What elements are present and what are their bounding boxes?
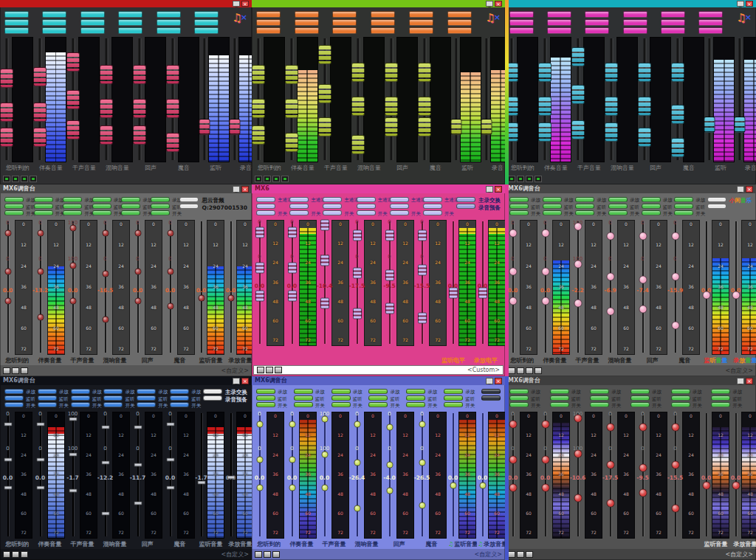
fader[interactable]: 1001000.0 [66,220,79,355]
fader-knob[interactable] [166,458,174,462]
toggle-button[interactable] [170,389,189,394]
fader-knob[interactable] [478,288,487,299]
nav-button[interactable] [517,176,524,182]
fader-knob[interactable] [289,457,295,463]
window-titlebar[interactable]: _× [505,0,756,7]
fader-knob[interactable] [571,85,585,104]
toggle-button[interactable] [406,395,425,401]
fader-knob[interactable] [671,138,684,157]
fader-knob[interactable] [354,505,360,511]
fader-knob[interactable] [671,272,679,280]
toggle-button[interactable] [590,389,609,394]
close-button[interactable]: × [495,1,502,7]
toggle-button[interactable] [4,27,29,34]
fader-knob[interactable] [353,229,362,241]
fader-knob[interactable] [574,300,582,308]
toggle-button[interactable] [543,197,562,202]
status-button[interactable] [264,551,271,558]
fader-knob[interactable] [702,291,710,300]
toggle-button[interactable] [103,389,123,394]
fader-knob[interactable] [574,223,582,231]
window-titlebar[interactable]: MX6调音台_× [505,184,756,193]
fader-knob[interactable] [0,103,13,122]
fader-knob[interactable] [479,482,486,488]
fader-knob[interactable] [199,119,210,135]
toggle-button[interactable] [157,27,181,34]
minimize-button[interactable]: _ [233,1,240,7]
toggle-button[interactable] [92,197,111,202]
toggle-button[interactable] [550,395,569,401]
fader-knob[interactable] [671,105,684,124]
fader[interactable]: 000.0 [253,220,266,346]
fader-knob[interactable] [37,230,44,237]
fader-knob[interactable] [509,267,517,275]
toggle-button[interactable] [368,389,388,394]
status-button[interactable] [272,551,280,558]
fader-knob[interactable] [509,297,517,305]
fader[interactable]: 00-4.0 [383,412,396,539]
fader-knob[interactable] [4,268,11,274]
fader[interactable]: 000.0 [539,220,551,355]
fader-knob[interactable] [102,317,109,323]
status-button[interactable] [526,367,533,374]
toggle-button[interactable] [642,204,661,209]
nav-button[interactable] [264,176,271,182]
minimize-button[interactable]: _ [737,378,744,384]
fader-knob[interactable] [69,418,77,421]
toggle-button[interactable] [323,197,342,202]
fader[interactable]: 0.0 [226,412,236,539]
toggle-button[interactable] [711,395,730,401]
fader[interactable]: 000.0 [164,220,176,355]
toggle-button[interactable] [92,204,111,209]
fader-knob[interactable] [385,270,394,281]
toggle-button[interactable] [4,19,29,26]
toggle-button[interactable] [157,11,181,18]
fader[interactable] [201,37,207,162]
toggle-button[interactable] [547,19,571,26]
fader-knob[interactable] [671,321,679,329]
fader[interactable] [134,37,144,162]
toggle-button[interactable] [674,204,693,209]
fader-knob[interactable] [288,262,297,273]
toggle-button[interactable] [509,389,529,394]
fader-knob[interactable] [289,421,295,428]
fader-knob[interactable] [37,314,44,320]
status-button[interactable] [12,367,19,374]
fader-knob[interactable] [255,227,264,238]
fader[interactable]: 0.0 [701,412,711,539]
toggle-button[interactable] [121,197,140,202]
fader-knob[interactable] [571,120,585,139]
fader-knob[interactable] [36,458,44,462]
toggle-button[interactable] [256,395,275,401]
status-button[interactable] [535,367,542,374]
fader-knob[interactable] [538,97,551,116]
fader-knob[interactable] [509,484,517,492]
fader-knob[interactable] [101,460,109,464]
toggle-button[interactable] [256,210,275,215]
fader-knob[interactable] [605,63,618,82]
toggle-button[interactable] [294,402,313,407]
nav-button[interactable] [281,176,289,182]
fader-knob[interactable] [69,488,77,492]
fader-knob[interactable] [541,297,549,305]
toggle-button[interactable] [71,402,90,407]
fader-knob[interactable] [419,459,425,466]
fader-knob[interactable] [321,416,328,423]
toggle-button[interactable] [674,197,693,202]
toggle-button[interactable] [623,11,647,18]
fader-knob[interactable] [166,65,179,84]
fader-knob[interactable] [732,291,740,300]
toggle-button[interactable] [256,204,275,209]
fader-knob[interactable] [418,229,427,241]
fader[interactable]: 00-15.5 [416,220,428,346]
fader-knob[interactable] [320,297,329,308]
toggle-button[interactable] [4,395,24,401]
nav-button[interactable] [12,176,19,182]
fader-knob[interactable] [288,227,297,238]
toggle-button[interactable] [137,389,156,394]
toggle-button[interactable] [357,197,376,202]
fader-knob[interactable] [385,229,394,241]
fader-knob[interactable] [66,120,80,139]
window-titlebar[interactable]: MX6调音台_× [0,184,252,193]
toggle-button[interactable] [256,11,281,18]
